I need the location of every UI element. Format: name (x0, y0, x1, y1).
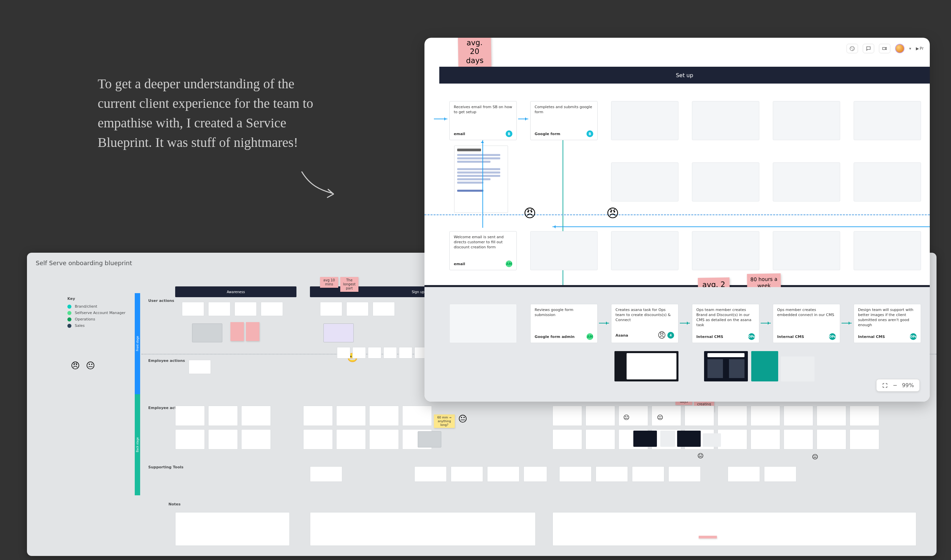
card[interactable] (346, 302, 369, 316)
tool-card[interactable] (310, 466, 342, 482)
blueprint-box-creates-task[interactable]: Creates asana task for Ops team to creat… (611, 304, 679, 343)
card[interactable] (208, 302, 231, 316)
card[interactable] (175, 406, 205, 426)
notes-card[interactable] (175, 512, 290, 546)
sticky-avg10[interactable]: avg 10 mins (320, 277, 338, 288)
card[interactable] (189, 360, 211, 374)
tiny-card[interactable] (399, 347, 412, 358)
tool-card[interactable] (559, 466, 592, 482)
ghost-card (692, 231, 759, 270)
card[interactable] (817, 406, 846, 426)
card-row (182, 302, 283, 316)
screenshot-thumb (614, 351, 679, 382)
tool-card[interactable] (487, 466, 519, 482)
annotation-text: To get a deeper understanding of the cur… (98, 74, 327, 152)
sticky-avg20[interactable]: avg. 20 days (458, 38, 491, 68)
screenshot-thumb (323, 323, 354, 342)
card[interactable] (208, 406, 238, 426)
present-button[interactable]: ▶ Pr (916, 46, 924, 51)
tool-card[interactable] (728, 466, 760, 482)
comment-button[interactable] (863, 44, 874, 53)
card[interactable] (175, 429, 205, 449)
card[interactable] (849, 406, 879, 426)
screenshot-thumb (633, 431, 657, 447)
sticky-sixty[interactable]: 60 mm → anything long? (434, 414, 455, 428)
blueprint-box-reviews[interactable]: Reviews google form submission Google fo… (530, 304, 598, 343)
card[interactable] (336, 429, 366, 449)
card[interactable] (783, 429, 813, 449)
tiny-card[interactable] (337, 347, 350, 358)
sticky-note[interactable] (699, 536, 717, 538)
card[interactable] (717, 406, 747, 426)
line-of-interaction (425, 214, 930, 215)
tiny-card[interactable] (368, 347, 381, 358)
legend-dot-icon (68, 317, 71, 322)
card[interactable] (552, 429, 582, 449)
zoom-out-button[interactable]: − (893, 382, 897, 389)
blueprint-box-completes[interactable]: Completes and submits google form Google… (530, 101, 598, 140)
neutral-emoji-icon: 😐 (697, 452, 704, 459)
row-label-notes: Notes (168, 502, 180, 506)
tool-card[interactable] (764, 466, 796, 482)
video-icon (882, 46, 887, 51)
angry-emoji-icon: 😠 (71, 360, 80, 371)
notes-card[interactable] (552, 512, 916, 546)
card[interactable] (261, 302, 283, 316)
card[interactable] (336, 406, 366, 426)
card[interactable] (552, 406, 582, 426)
card[interactable] (751, 429, 780, 449)
card[interactable] (372, 302, 395, 316)
card[interactable] (320, 302, 342, 316)
tiny-card[interactable] (383, 347, 397, 358)
tool-card[interactable] (632, 466, 664, 482)
card[interactable] (783, 406, 813, 426)
section-header-awareness: Awareness (175, 286, 297, 297)
user-avatar[interactable] (895, 44, 905, 53)
card[interactable] (751, 406, 780, 426)
tool-card[interactable] (414, 466, 447, 482)
video-button[interactable] (879, 44, 890, 53)
card[interactable] (241, 429, 271, 449)
blueprint-box-welcome[interactable]: Welcome email is sent and directs custom… (449, 231, 517, 270)
card[interactable] (717, 429, 747, 449)
chevron-down-icon[interactable]: ▾ (909, 46, 911, 51)
zoom-value[interactable]: 99% (902, 382, 914, 389)
blueprint-box-receives[interactable]: Receives email from SB on how to get set… (449, 101, 517, 140)
tiny-card[interactable] (352, 347, 366, 358)
frame-icon[interactable] (882, 382, 888, 389)
legend-label: Operations (75, 317, 95, 322)
card[interactable] (585, 429, 615, 449)
arrowhead-icon (481, 140, 484, 143)
flow-arrow-icon (761, 323, 771, 323)
tool-card[interactable] (668, 466, 701, 482)
card[interactable] (402, 406, 432, 426)
card[interactable] (369, 429, 399, 449)
card[interactable] (369, 406, 399, 426)
card-row (189, 360, 211, 374)
card[interactable] (303, 406, 333, 426)
card[interactable] (685, 406, 714, 426)
tool-card[interactable] (596, 466, 628, 482)
tool-card[interactable] (451, 466, 483, 482)
flow-arrow-icon (518, 118, 528, 119)
blueprint-box-ops-brand[interactable]: Ops team member creates Brand and Discou… (692, 304, 759, 343)
card[interactable] (182, 302, 204, 316)
card[interactable] (651, 406, 681, 426)
notes-card[interactable] (310, 512, 536, 546)
tool-card[interactable] (523, 466, 547, 482)
reactions-button[interactable]: 😏 (846, 44, 858, 53)
flow-arrow-icon (842, 323, 852, 323)
whiteboard-closeup[interactable]: 😏 ▾ ▶ Pr avg. 20 days Set up Receives em… (425, 38, 930, 402)
card[interactable] (208, 429, 238, 449)
card[interactable] (234, 302, 257, 316)
sticky-longest[interactable]: The longest part (340, 277, 359, 292)
legend-key: Key Brand/client Selfserve Account Manag… (68, 297, 126, 330)
card[interactable] (303, 429, 333, 449)
blueprint-box-design[interactable]: Design team will support with better ima… (854, 304, 921, 343)
card[interactable] (817, 429, 846, 449)
card[interactable] (585, 406, 615, 426)
blueprint-box-ops-embed[interactable]: Ops member creates embedded connect in o… (773, 304, 840, 343)
screenshot-thumb (704, 351, 748, 382)
card[interactable] (849, 429, 879, 449)
card[interactable] (241, 406, 271, 426)
